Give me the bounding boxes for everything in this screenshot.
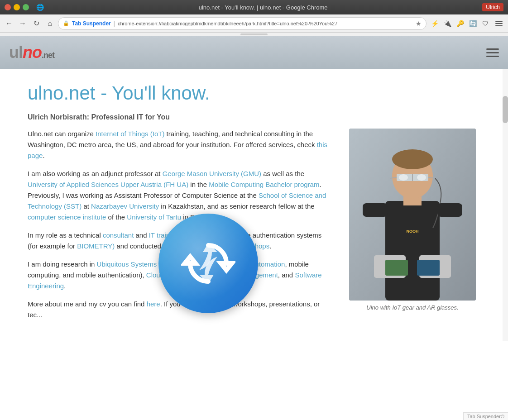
window-frame: 🌐 ulno.net - You'll know. | ulno.net - G… [0,0,508,420]
content-area: ulno.net - You'll know. Ulrich Norbisrat… [0,69,508,341]
profile-image: NOOH [349,129,476,301]
browser-toolbar: ← → ↻ ⌂ 🔒 Tab Suspender | chrome-extensi… [0,14,508,33]
p2-text-3: in the [188,181,209,188]
p2-text-7: of the [106,213,127,221]
svg-rect-12 [363,203,388,217]
tab-suspender-label: Tab Suspender [72,20,111,27]
page-title: ulno.net - You'll know. [28,82,480,104]
p4-text-6: , and [278,271,295,279]
title-bar: 🌐 ulno.net - You'll know. | ulno.net - G… [0,0,508,14]
nazarbayev-link[interactable]: Nazarbayev University [91,202,159,210]
p1-text-1: Ulno.net can organize [28,130,96,138]
lock-icon: 🔒 [63,20,69,26]
profile-image-column: NOOH [345,129,480,328]
caption-text-middle: gear and [401,304,427,311]
window-favicon: 🌐 [36,4,44,11]
p4-text-1: I am doing research in [28,260,97,268]
svg-rect-16 [385,260,408,276]
forward-button[interactable]: → [17,18,28,29]
reload-button[interactable]: ↻ [31,18,42,29]
biometry-link[interactable]: BIOMETRY) [77,242,115,250]
cs-institute-link[interactable]: computer science institute [28,213,106,221]
ubiquitous-link[interactable]: Ubiquitous Systems [97,260,157,268]
site-header: ulno.net [0,36,508,69]
extension-icon-1[interactable]: ⚡ [429,18,440,29]
mobile-computing-link[interactable]: Mobile Computing Bachelor program [209,181,319,188]
logo-no: no [23,43,42,62]
refresh-circle [158,214,258,313]
logo-ul: ul [9,43,23,62]
site-logo[interactable]: ulno.net [9,43,54,62]
svg-rect-13 [437,203,462,217]
url-text: chrome-extension://fiabciakmcgepblmdkmem… [118,21,413,26]
hamburger-menu[interactable] [486,48,499,57]
tab-suspender-footer-badge: Tab Suspender© [463,412,508,420]
p3-text-5: . [269,242,271,250]
p3-text-2: and [134,231,149,239]
window-controls [5,4,29,10]
refresh-arrows-svg [181,236,235,291]
svg-point-9 [417,174,426,181]
svg-rect-17 [417,260,440,276]
paragraph-1: Ulno.net can organize Internet of Things… [28,129,331,161]
gmu-link[interactable]: George Mason University (GMU) [163,170,261,177]
back-button[interactable]: ← [4,18,14,29]
scroll-indicator [240,33,268,35]
image-caption: Ulno with IoT gear and AR glasses. [366,304,458,311]
p2-text-5: at [81,202,91,210]
page-scrollbar[interactable] [503,69,508,341]
p4-text-7: . [64,282,66,290]
browser-extensions: ⚡ 🔌 🔑 🔄 🛡 [429,18,491,29]
caption-text-before: Ulno with [366,304,392,311]
p3-text-1: In my role as a technical [28,231,103,239]
close-button[interactable] [5,4,11,10]
profile-badge: Ulrich [482,3,503,11]
extension-icon-5[interactable]: 🛡 [480,18,491,29]
logo-box: ulno.net [9,43,54,62]
svg-rect-1 [385,201,440,301]
page-subtitle: Ulrich Norbisrath: Professional IT for Y… [28,113,480,121]
hamburger-line-1 [486,48,499,50]
person-svg: NOOH [349,129,476,301]
extension-icon-4[interactable]: 🔄 [467,18,478,29]
logo-net: .net [42,51,54,60]
maximize-button[interactable] [23,4,29,10]
address-separator: | [114,20,115,27]
caption-text-after: glasses. [435,304,458,311]
ar-italic: AR [427,304,435,311]
scrollbar-thumb[interactable] [503,96,508,123]
window-title: ulno.net - You'll know. | ulno.net - Goo… [48,4,479,11]
p1-end: . [43,152,44,159]
p2-text-6: in Kazakhstan, and as senior research fe… [159,202,315,210]
iot-link[interactable]: Internet of Things (IoT) [96,130,164,138]
p2-text-2: as well as the [261,170,304,177]
svg-text:NOOH: NOOH [407,229,419,234]
address-bar[interactable]: 🔒 Tab Suspender | chrome-extension://fia… [58,17,427,30]
home-button[interactable]: ⌂ [44,18,55,29]
p2-text-1: I am also working as an adjunct professo… [28,170,163,177]
hamburger-line-2 [486,52,499,53]
scroll-hint-bar [0,33,508,36]
svg-point-8 [399,174,408,181]
consultant-link[interactable]: consultant [103,231,134,239]
extension-icon-3[interactable]: 🔑 [455,18,465,29]
iot-italic: IoT [392,304,401,311]
svg-point-5 [392,149,433,169]
tab-suspender-overlay[interactable] [158,214,258,313]
p5-text-1: More about me and my cv you can find [28,300,147,308]
hamburger-line-3 [486,56,499,57]
bookmark-icon[interactable]: ★ [416,20,422,27]
minimize-button[interactable] [14,4,20,10]
extension-icon-2[interactable]: 🔌 [442,18,453,29]
chrome-menu-button[interactable] [494,18,504,29]
fh-ua-link[interactable]: University of Applied Sciences Upper Aus… [28,181,188,188]
